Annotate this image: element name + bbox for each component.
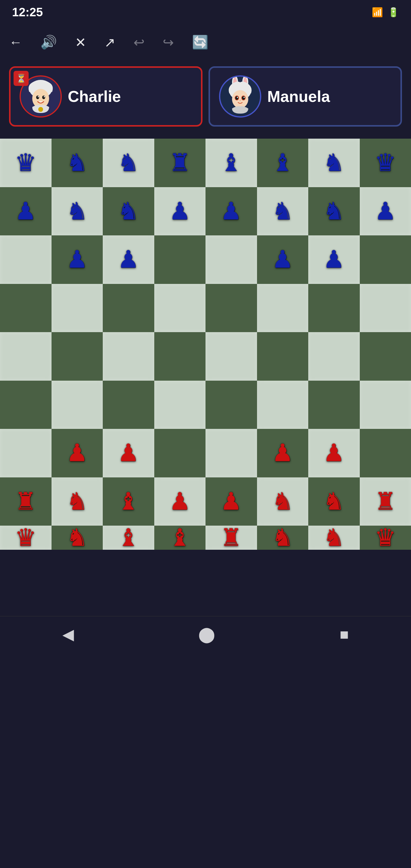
undo-button[interactable]: ↩ [133,35,145,50]
chess-piece: ♞ [323,151,345,175]
chess-cell[interactable]: ♜ [154,138,206,187]
chess-piece: ♛ [15,151,36,175]
chess-cell[interactable] [103,332,154,381]
chess-cell[interactable]: ♞ [308,526,360,550]
chess-cell[interactable] [154,381,206,429]
chess-cell[interactable]: ♟ [154,187,206,236]
chess-piece: ♟ [169,199,191,223]
chess-cell[interactable]: ♛ [360,526,411,550]
chess-cell[interactable]: ♟ [103,429,154,477]
chess-cell[interactable]: ♝ [257,138,309,187]
chess-cell[interactable]: ♟ [154,477,206,526]
chess-cell[interactable] [154,284,206,333]
chess-cell[interactable] [103,284,154,333]
chess-cell[interactable]: ♞ [103,187,154,236]
chess-cell[interactable] [0,429,52,477]
chess-cell[interactable] [257,284,309,333]
chess-cell[interactable]: ♛ [360,138,411,187]
chess-cell[interactable] [52,381,103,429]
chess-cell[interactable]: ♞ [103,138,154,187]
chess-cell[interactable] [205,236,257,284]
chess-cell[interactable] [0,236,52,284]
chess-cell[interactable] [154,429,206,477]
chess-cell[interactable]: ♟ [257,236,309,284]
chess-cell[interactable]: ♟ [205,477,257,526]
chess-cell[interactable]: ♟ [52,236,103,284]
svg-point-14 [232,90,248,108]
chess-piece: ♜ [220,526,242,550]
chess-cell[interactable]: ♟ [308,236,360,284]
chess-cell[interactable] [360,429,411,477]
chess-cell[interactable] [0,284,52,333]
chess-cell[interactable]: ♝ [103,477,154,526]
chess-cell[interactable]: ♝ [205,138,257,187]
chess-cell[interactable] [205,284,257,333]
chess-piece: ♞ [323,199,345,223]
chess-piece: ♛ [15,526,36,550]
player1-name: Charlie [68,87,121,105]
chess-cell[interactable] [154,332,206,381]
chess-cell[interactable]: ♜ [0,477,52,526]
close-button[interactable]: ✕ [75,35,86,50]
chess-cell[interactable] [308,284,360,333]
chess-cell[interactable] [360,332,411,381]
chess-cell[interactable]: ♞ [52,138,103,187]
svg-point-19 [237,97,238,98]
refresh-button[interactable]: 🔄 [192,34,209,50]
chess-cell[interactable]: ♞ [52,477,103,526]
chess-cell[interactable] [360,381,411,429]
nav-back-button[interactable]: ◀ [62,626,74,643]
chess-cell[interactable] [257,332,309,381]
chess-cell[interactable]: ♟ [308,429,360,477]
chess-cell[interactable] [0,332,52,381]
svg-point-2 [32,89,49,108]
chess-cell[interactable]: ♞ [308,187,360,236]
chess-cell[interactable]: ♟ [52,429,103,477]
chess-cell[interactable]: ♞ [257,477,309,526]
chess-cell[interactable]: ♝ [154,526,206,550]
volume-button[interactable]: 🔊 [40,34,57,50]
chess-cell[interactable] [205,429,257,477]
chess-cell[interactable] [360,236,411,284]
chess-cell[interactable] [0,381,52,429]
chess-cell[interactable]: ♛ [0,138,52,187]
chess-cell[interactable] [205,332,257,381]
chess-cell[interactable]: ♟ [360,187,411,236]
redo-button[interactable]: ↪ [163,35,174,50]
chess-cell[interactable] [257,381,309,429]
chess-cell[interactable]: ♛ [0,526,52,550]
chess-cell[interactable] [205,381,257,429]
player2-avatar [219,75,261,118]
chess-cell[interactable]: ♞ [308,477,360,526]
chess-cell[interactable] [360,284,411,333]
chess-cell[interactable]: ♟ [257,429,309,477]
chess-cell[interactable] [52,284,103,333]
chess-cell[interactable] [52,332,103,381]
chess-cell[interactable]: ♟ [0,187,52,236]
chess-cell[interactable]: ♜ [360,477,411,526]
chess-cell[interactable]: ♜ [205,526,257,550]
chess-cell[interactable] [154,236,206,284]
players-area: ⏳ [0,60,411,133]
chess-cell[interactable]: ♞ [257,526,309,550]
chess-board[interactable]: ♛♞♞♜♝♝♞♛♟♞♞♟♟♞♞♟♟♟♟♟♟♟♟♟♜♞♝♟♟♞♞♜♛♞♝♝♜♞♞♛ [0,138,411,550]
chess-piece: ♟ [323,441,345,465]
chess-cell[interactable] [103,381,154,429]
back-button[interactable]: ← [9,35,22,50]
chess-cell[interactable]: ♟ [205,187,257,236]
chess-cell[interactable] [308,381,360,429]
svg-point-5 [38,96,39,97]
nav-home-button[interactable]: ⬤ [198,626,215,643]
share-button[interactable]: ↗ [104,35,116,50]
chess-cell[interactable]: ♞ [52,526,103,550]
chess-cell[interactable]: ♞ [52,187,103,236]
chess-cell[interactable]: ♝ [103,526,154,550]
wifi-icon: 📶 [372,7,383,18]
chess-cell[interactable]: ♞ [308,138,360,187]
nav-square-button[interactable]: ■ [340,626,349,643]
chess-piece: ♟ [272,247,293,272]
hourglass-badge: ⏳ [13,71,29,86]
chess-cell[interactable]: ♞ [257,187,309,236]
chess-cell[interactable]: ♟ [103,236,154,284]
chess-cell[interactable] [308,332,360,381]
